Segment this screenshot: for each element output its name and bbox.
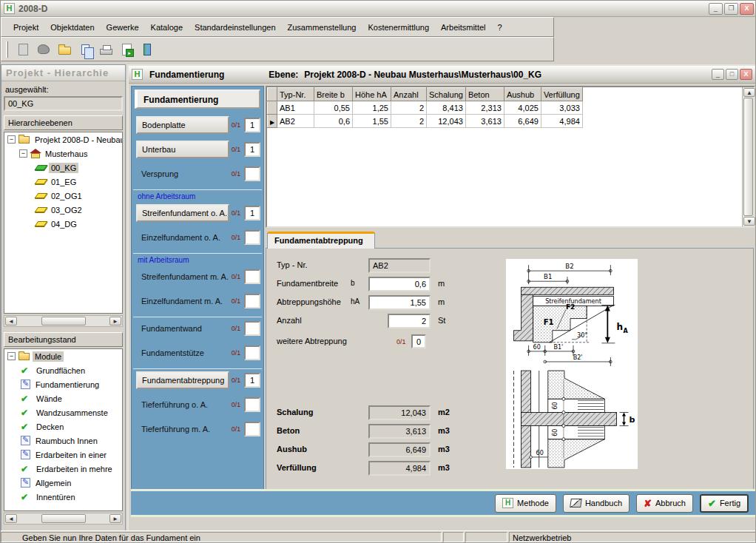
bodenplatte-count-field[interactable]: 1 <box>244 118 260 132</box>
streifenfundament-oa-count-field[interactable]: 1 <box>244 206 260 220</box>
tree-item-module[interactable]: Module <box>4 349 122 363</box>
table-vscrollbar[interactable] <box>742 87 754 226</box>
weitere-abtreppung-field[interactable]: 0 <box>411 334 426 348</box>
handbuch-button[interactable]: Handbuch <box>563 494 630 513</box>
collapse-icon[interactable] <box>19 149 27 158</box>
table-row-ab2[interactable]: AB2 0,6 1,55 2 12,043 3,613 6,649 4,984 <box>268 115 583 128</box>
einzelfundament-oa-count-field[interactable] <box>244 230 260 245</box>
menu-kataloge[interactable]: Kataloge <box>145 21 189 34</box>
exit-door-icon[interactable] <box>138 41 156 58</box>
tree-item-03-og2[interactable]: 03_OG2 <box>30 203 122 217</box>
print-icon[interactable] <box>97 41 115 58</box>
inner-close-button[interactable]: X <box>740 69 752 80</box>
module-erdarbeiten-einer[interactable]: Erdarbeiten in einer <box>16 448 122 462</box>
versprung-count-field[interactable] <box>244 166 260 181</box>
fundamentabtreppung-button[interactable]: Fundamentabtreppung <box>136 371 229 389</box>
module-waende[interactable]: Wände <box>16 391 122 405</box>
row-selector[interactable] <box>268 101 277 115</box>
versprung-label[interactable]: Versprung <box>136 169 229 178</box>
fertig-button[interactable]: Fertig <box>700 494 749 513</box>
collapse-icon[interactable] <box>7 352 16 360</box>
methode-button[interactable]: Methode <box>495 494 556 513</box>
scroll-thumb[interactable] <box>743 98 753 216</box>
hierarchy-hscrollbar[interactable] <box>4 315 123 327</box>
col-beton[interactable]: Beton <box>465 88 504 101</box>
current-row-marker-icon[interactable] <box>268 115 277 128</box>
anzahl-input[interactable] <box>388 314 431 328</box>
fundamentstuetze-label[interactable]: Fundamentstütze <box>136 348 229 357</box>
tieferfuehrung-oa-count-field[interactable] <box>244 397 260 412</box>
tab-fundamentabtreppung[interactable]: Fundamentabtreppung <box>267 232 375 249</box>
scroll-thumb[interactable] <box>41 317 86 326</box>
scroll-left-icon[interactable] <box>5 317 17 326</box>
module-decken[interactable]: Decken <box>16 419 122 434</box>
col-hoehe[interactable]: Höhe hA <box>353 88 391 101</box>
menu-help[interactable]: ? <box>492 21 508 34</box>
fundamentwand-count-field[interactable] <box>244 321 260 336</box>
close-button[interactable]: X <box>740 3 754 15</box>
menu-projekt[interactable]: Projekt <box>7 21 44 34</box>
tree-item-01-eg[interactable]: 01_EG <box>30 175 122 189</box>
tree-item-02-og1[interactable]: 02_OG1 <box>30 189 122 203</box>
streifenfundament-ma-count-field[interactable] <box>244 269 260 284</box>
bodenplatte-button[interactable]: Bodenplatte <box>136 116 229 134</box>
einzelfundament-ma-count-field[interactable] <box>244 294 260 308</box>
tree-item-04-dg[interactable]: 04_DG <box>30 217 122 231</box>
unterbau-button[interactable]: Unterbau <box>136 141 229 158</box>
tree-item-00-kg[interactable]: 00_KG <box>30 161 122 175</box>
menu-gewerke[interactable]: Gewerke <box>101 21 145 34</box>
tieferfuehrung-ma-count-field[interactable] <box>244 422 260 436</box>
collapse-icon[interactable] <box>7 135 16 144</box>
open-folder-icon[interactable] <box>55 41 73 58</box>
col-verfuellung[interactable]: Verfüllung <box>541 88 582 101</box>
restore-button[interactable]: ❐ <box>724 3 738 15</box>
module-fundamentierung[interactable]: Fundamentierung <box>16 377 122 391</box>
col-aushub[interactable]: Aushub <box>504 88 541 101</box>
menu-standardeinstellungen[interactable]: Standardeinstellungen <box>189 21 281 34</box>
module-allgemein[interactable]: Allgemein <box>16 476 122 490</box>
scroll-thumb[interactable] <box>41 514 86 523</box>
abtreppungshoehe-input[interactable] <box>368 295 431 310</box>
inner-minimize-button[interactable]: _ <box>712 69 724 80</box>
fundamentbreite-input[interactable] <box>368 277 431 291</box>
tieferfuehrung-ma-label[interactable]: Tieferführung m. A. <box>136 425 229 434</box>
new-document-icon[interactable] <box>14 41 32 58</box>
minimize-button[interactable]: _ <box>709 3 723 15</box>
module-erdarbeiten-mehre[interactable]: Erdarbeiten in mehre <box>16 462 122 476</box>
menu-objektdaten[interactable]: Objektdaten <box>44 21 100 34</box>
module-grundflaechen[interactable]: Grundflächen <box>16 363 122 377</box>
progress-hscrollbar[interactable] <box>4 513 123 525</box>
einzelfundament-ma-label[interactable]: Einzelfundament m. A. <box>136 297 229 306</box>
menu-kostenermittlung[interactable]: Kostenermittlung <box>362 21 435 34</box>
module-innentueren[interactable]: Innentüren <box>16 490 122 504</box>
scroll-right-icon[interactable] <box>109 317 121 326</box>
tree-item-project[interactable]: Projekt 2008-D - Neubau <box>4 132 122 146</box>
copy-icon[interactable] <box>76 41 94 58</box>
tieferfuehrung-oa-label[interactable]: Tieferführung o. A. <box>136 400 229 409</box>
col-breite[interactable]: Breite b <box>314 88 353 101</box>
scroll-right-icon[interactable] <box>109 514 121 523</box>
fundamentwand-label[interactable]: Fundamentwand <box>136 324 229 333</box>
scroll-down-icon[interactable] <box>743 217 755 226</box>
abbruch-button[interactable]: Abbruch <box>636 494 693 513</box>
module-raumbuch-innen[interactable]: Raumbuch Innen <box>16 434 122 448</box>
fundamentabtreppung-count-field[interactable]: 1 <box>244 373 260 388</box>
streifenfundament-oa-button[interactable]: Streifenfundament o. A. <box>136 204 229 222</box>
export-document-icon[interactable] <box>118 41 135 58</box>
table-row-ab1[interactable]: AB1 0,55 1,25 2 8,413 2,313 4,025 3,033 <box>268 101 583 115</box>
unterbau-count-field[interactable]: 1 <box>244 142 260 157</box>
menu-arbeitsmittel[interactable]: Arbeitsmittel <box>435 21 492 34</box>
tree-item-musterhaus[interactable]: Musterhaus <box>16 146 122 161</box>
streifenfundament-ma-label[interactable]: Streifenfundament m. A. <box>136 272 229 281</box>
fundamentstuetze-count-field[interactable] <box>244 345 260 360</box>
einzelfundament-oa-label[interactable]: Einzelfundament o. A. <box>136 233 229 242</box>
inner-maximize-button[interactable]: □ <box>726 69 738 80</box>
open-project-icon[interactable] <box>35 41 53 58</box>
module-wandzusammenstellung[interactable]: Wandzusammenste <box>16 405 122 419</box>
scroll-left-icon[interactable] <box>5 514 17 523</box>
col-anzahl[interactable]: Anzahl <box>391 88 427 101</box>
scroll-up-icon[interactable] <box>743 88 755 97</box>
menu-zusammenstellung[interactable]: Zusammenstellung <box>282 21 362 34</box>
col-typ-nr[interactable]: Typ-Nr. <box>277 88 314 101</box>
col-schalung[interactable]: Schalung <box>427 88 466 101</box>
